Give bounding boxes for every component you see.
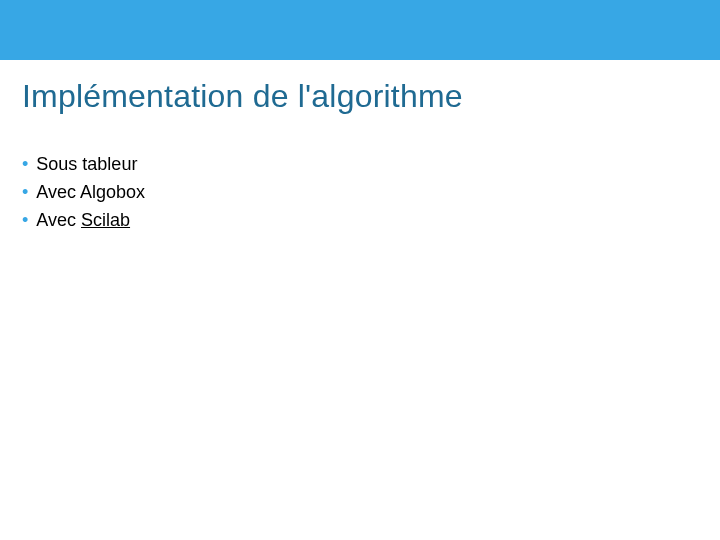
bullet-prefix: Avec <box>36 210 81 230</box>
bullet-prefix: Avec <box>36 182 80 202</box>
list-item: • Avec Scilab <box>22 206 682 234</box>
bullet-body: Algobox <box>80 182 145 202</box>
bullet-icon: • <box>22 178 28 206</box>
bullet-icon: • <box>22 206 28 234</box>
bullet-list: • Sous tableur • Avec Algobox • Avec Sci… <box>22 150 682 234</box>
list-item: • Sous tableur <box>22 150 682 178</box>
list-item: • Avec Algobox <box>22 178 682 206</box>
slide: Implémentation de l'algorithme • Sous ta… <box>0 0 720 540</box>
bullet-body: tableur <box>82 154 137 174</box>
bullet-prefix: Sous <box>36 154 82 174</box>
bullet-icon: • <box>22 150 28 178</box>
bullet-link[interactable]: Scilab <box>81 210 130 230</box>
slide-title: Implémentation de l'algorithme <box>22 78 463 115</box>
bullet-text: Avec Algobox <box>36 178 145 206</box>
bullet-text: Avec Scilab <box>36 206 130 234</box>
header-bar <box>0 0 720 60</box>
bullet-text: Sous tableur <box>36 150 137 178</box>
